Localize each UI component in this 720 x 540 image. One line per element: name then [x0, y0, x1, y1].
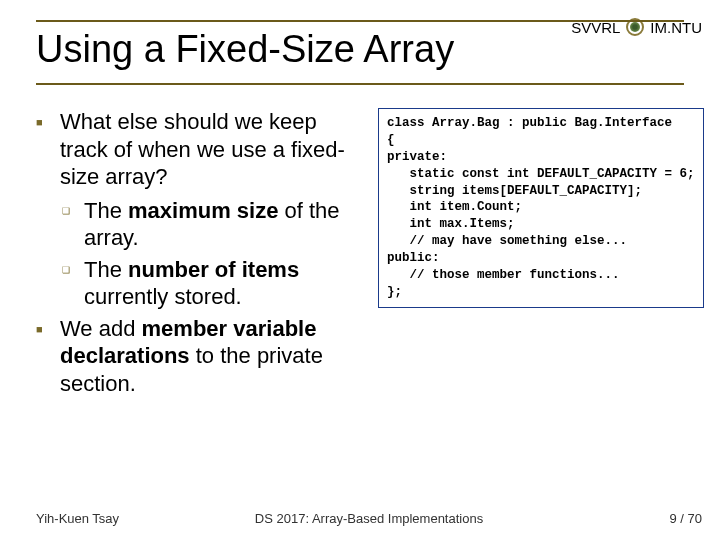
code-line: string items[DEFAULT_CAPACITY]; — [387, 183, 695, 200]
slide-title: Using a Fixed-Size Array — [36, 28, 684, 71]
code-line: { — [387, 132, 695, 149]
code-snippet: class Array.Bag : public Bag.Interface {… — [378, 108, 704, 308]
square-bullet-icon: ■ — [36, 116, 50, 191]
footer-course: DS 2017: Array-Based Implementations — [255, 511, 483, 526]
footer: Yih-Kuen Tsay DS 2017: Array-Based Imple… — [36, 511, 702, 526]
title-bar: Using a Fixed-Size Array — [36, 20, 684, 85]
bullet-text: We add member variable declarations to t… — [60, 315, 366, 398]
code-line: // may have something else... — [387, 233, 695, 250]
code-line: private: — [387, 149, 695, 166]
square-bullet-icon: ■ — [36, 323, 50, 398]
square-bullet-icon: ❑ — [62, 265, 74, 311]
code-line: static const int DEFAULT_CAPACITY = 6; — [387, 166, 695, 183]
footer-page-number: 9 / 70 — [669, 511, 702, 526]
code-line: public: — [387, 250, 695, 267]
footer-author: Yih-Kuen Tsay — [36, 511, 119, 526]
sub-bullet-item: ❑ The number of items currently stored. — [62, 256, 366, 311]
bullet-column: ■ What else should we keep track of when… — [36, 108, 366, 403]
bullet-text: The maximum size of the array. — [84, 197, 366, 252]
slide: SVVRL IM.NTU Using a Fixed-Size Array ■ … — [0, 0, 720, 540]
code-line: int item.Count; — [387, 199, 695, 216]
bullet-item: ■ We add member variable declarations to… — [36, 315, 366, 398]
code-line: class Array.Bag : public Bag.Interface — [387, 115, 695, 132]
code-line: int max.Items; — [387, 216, 695, 233]
bullet-text: What else should we keep track of when w… — [60, 108, 366, 191]
sub-bullet-item: ❑ The maximum size of the array. — [62, 197, 366, 252]
bullet-text: The number of items currently stored. — [84, 256, 366, 311]
square-bullet-icon: ❑ — [62, 206, 74, 252]
code-line: }; — [387, 284, 695, 301]
content-area: ■ What else should we keep track of when… — [36, 108, 702, 403]
bullet-item: ■ What else should we keep track of when… — [36, 108, 366, 191]
code-line: // those member functions... — [387, 267, 695, 284]
